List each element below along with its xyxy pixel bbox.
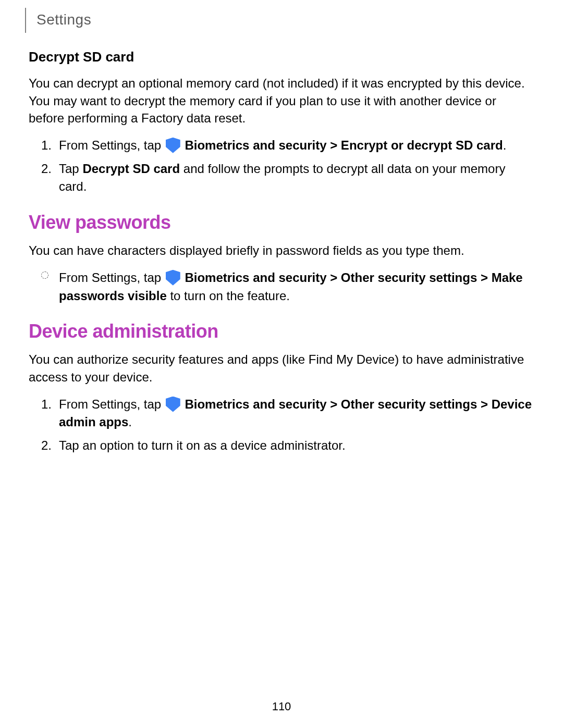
step-suffix: . — [503, 138, 507, 152]
section-heading-decrypt: Decrypt SD card — [29, 49, 534, 65]
step-text: From Settings, tap — [59, 270, 165, 285]
viewpw-steps: From Settings, tap Biometrics and securi… — [29, 269, 534, 305]
step-text: From Settings, tap — [59, 397, 165, 411]
step-text: From Settings, tap — [59, 138, 165, 152]
body-text-devadmin: You can authorize security features and … — [29, 351, 534, 386]
shield-icon — [166, 138, 180, 153]
bullet-icon — [41, 272, 48, 279]
main-heading-device-admin: Device administration — [29, 320, 534, 342]
shield-icon — [166, 270, 180, 286]
step-text: Tap an option to turn it on as a device … — [59, 438, 346, 452]
step-bold: Decrypt SD card — [82, 162, 180, 176]
breadcrumb: Settings — [29, 0, 534, 28]
devadmin-step-1: 1. From Settings, tap Biometrics and sec… — [59, 396, 534, 432]
step-bold: Biometrics and security > Encrypt or dec… — [185, 138, 503, 152]
shield-icon — [166, 397, 180, 412]
list-number: 1. — [41, 396, 52, 414]
list-number: 1. — [41, 137, 52, 155]
step-text: Tap — [59, 162, 82, 176]
body-text-viewpw: You can have characters displayed briefl… — [29, 242, 534, 260]
decrypt-steps: 1. From Settings, tap Biometrics and sec… — [29, 137, 534, 196]
devadmin-steps: 1. From Settings, tap Biometrics and sec… — [29, 396, 534, 455]
viewpw-step-1: From Settings, tap Biometrics and securi… — [59, 269, 534, 305]
main-heading-view-passwords: View passwords — [29, 212, 534, 233]
page-number: 110 — [0, 700, 563, 713]
body-text-decrypt: You can decrypt an optional memory card … — [29, 75, 534, 127]
decrypt-step-1: 1. From Settings, tap Biometrics and sec… — [59, 137, 534, 155]
list-number: 2. — [41, 437, 52, 455]
header-divider — [25, 8, 26, 33]
devadmin-step-2: 2. Tap an option to turn it on as a devi… — [59, 437, 534, 455]
decrypt-step-2: 2. Tap Decrypt SD card and follow the pr… — [59, 160, 534, 196]
step-suffix: to turn on the feature. — [167, 289, 290, 303]
step-suffix: . — [128, 415, 132, 429]
list-number: 2. — [41, 160, 52, 178]
